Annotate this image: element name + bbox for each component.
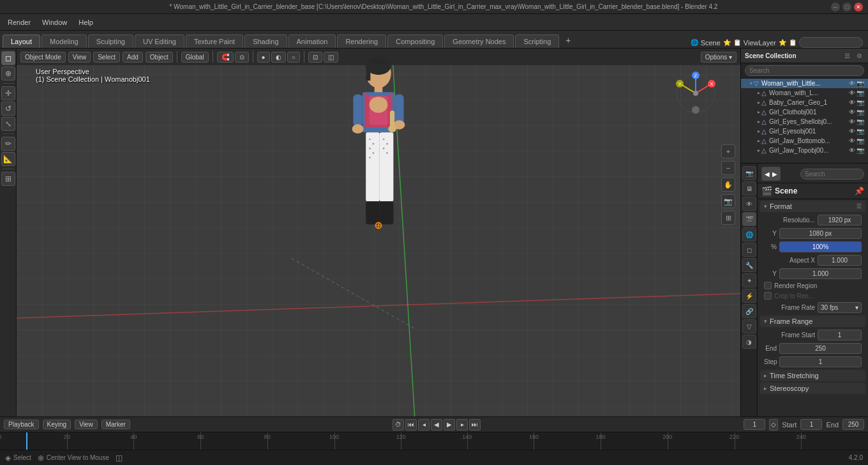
format-section-header[interactable]: ▾ Format ☰ [760,201,865,212]
close-button[interactable]: ✕ [854,3,863,11]
render-region-checkbox[interactable] [764,282,772,289]
menu-render[interactable]: Render [3,17,36,27]
expand-arrow[interactable]: ▸ [758,128,760,134]
list-item[interactable]: ▾ ▽ Woman_with_Little... 👁 📷 [741,79,868,88]
prop-icon-scene[interactable]: 🎬 [742,212,756,226]
zoom-out-button[interactable]: − [721,161,735,175]
render-icon[interactable]: 📷 [857,80,864,87]
tab-layout[interactable]: Layout [3,34,40,48]
list-item[interactable]: ▸ △ Baby_Carier_Geo_1 👁 📷 [741,98,868,107]
transform-orientation-button[interactable]: Global [181,52,209,63]
resolution-y-input[interactable]: 1080 px [779,228,862,239]
list-item[interactable]: ▸ △ Girl_Jaw_Bottomob... 👁 📷 [741,136,868,146]
tab-compositing[interactable]: Compositing [387,34,443,48]
viewport-view-button[interactable]: View [68,52,91,63]
viewport-options-button[interactable]: Options ▾ [701,52,737,63]
tab-uv-editing[interactable]: UV Editing [135,34,184,48]
visibility-icon[interactable]: 👁 [849,80,855,87]
navigation-gizmo[interactable]: Z X Y [670,68,721,119]
current-frame-display[interactable]: 1 [744,419,765,430]
tab-modeling[interactable]: Modeling [41,34,87,48]
expand-arrow[interactable]: ▸ [758,119,760,125]
timeline-view-button[interactable]: View [75,420,98,429]
jump-end-button[interactable]: ⏭ [469,419,481,431]
expand-arrow[interactable]: ▾ [750,80,752,86]
menu-window[interactable]: Window [37,17,72,27]
render-icon[interactable]: 📷 [857,89,864,96]
prop-icon-output[interactable]: 🖥 [742,181,756,195]
start-frame-input[interactable]: 1 [800,419,822,430]
tab-animation[interactable]: Animation [288,34,336,48]
render-icon[interactable]: 📷 [857,118,864,125]
timeline-ruler[interactable]: 0 20 40 60 80 100 120 140 160 180 200 22… [0,432,868,450]
visibility-icon[interactable]: 👁 [849,128,855,135]
zoom-in-button[interactable]: + [721,144,735,158]
render-icon[interactable]: 📷 [857,147,864,154]
prop-icon-view[interactable]: 👁 [742,197,756,211]
render-icon[interactable]: 📷 [857,137,864,144]
viewport-add-button[interactable]: Add [123,52,143,63]
viewport-mode-button[interactable]: Object Mode [20,52,66,63]
pin-icon[interactable]: 📌 [855,187,864,195]
annotate-tool-button[interactable]: ✏ [1,137,15,151]
visibility-icon[interactable]: 👁 [849,118,855,125]
viewport-shading-material[interactable]: ◐ [271,52,286,63]
frame-start-input[interactable]: 1 [818,330,862,340]
prop-nav-back[interactable]: ◀ ▶ [761,167,781,181]
list-item[interactable]: ▸ △ Girl_Eyes_Shellobj0... 👁 📷 [741,117,868,126]
playback-button[interactable]: Playback [4,420,39,429]
viewport-shading-rendered[interactable]: ○ [287,52,300,63]
move-tool-button[interactable]: ✛ [1,86,15,100]
list-item[interactable]: ▸ △ Girl_Clothobj001 👁 📷 [741,107,868,117]
prop-icon-modifier[interactable]: 🔧 [742,258,756,272]
overlay-button[interactable]: ⊡ [308,52,322,63]
tab-shading[interactable]: Shading [244,34,287,48]
prop-icon-data[interactable]: ▽ [742,319,756,333]
end-frame-input[interactable]: 250 [842,419,864,430]
stereoscopy-header[interactable]: ▸ Stereoscopy [760,383,865,394]
render-icon[interactable]: 📷 [857,109,864,116]
step-back-button[interactable]: ◂ [418,419,430,431]
visibility-icon[interactable]: 👁 [849,109,855,116]
visibility-icon[interactable]: 👁 [849,89,855,96]
marker-button[interactable]: Marker [101,420,130,429]
proportional-edit-button[interactable]: ⊙ [235,52,249,63]
play-reverse-button[interactable]: ◀ [431,419,442,431]
viewport[interactable]: Object Mode View Select Add Object Globa… [17,49,740,416]
cursor-tool-button[interactable]: ⊕ [1,66,15,80]
tab-rendering[interactable]: Rendering [337,34,386,48]
keying-button[interactable]: Keying [43,420,71,429]
visibility-icon[interactable]: 👁 [849,137,855,144]
render-icon[interactable]: 📷 [857,128,864,135]
list-item[interactable]: ▸ △ Girl_Jaw_Topobj00... 👁 📷 [741,146,868,155]
properties-search-input[interactable] [800,169,864,179]
expand-arrow[interactable]: ▸ [758,109,760,115]
tab-scripting[interactable]: Scripting [515,34,559,48]
expand-arrow[interactable]: ▸ [758,100,760,105]
frame-end-input[interactable]: 250 [779,343,862,354]
list-item[interactable]: ▸ △ Woman_with_L... 👁 📷 [741,88,868,98]
visibility-icon[interactable]: 👁 [849,99,855,106]
collections-button[interactable]: ⊞ [721,211,735,225]
resolution-x-input[interactable]: 1920 px [818,215,862,225]
aspect-x-input[interactable]: 1.000 [818,255,862,266]
list-item[interactable]: ▸ △ Girl_Eyesobj001 👁 📷 [741,126,868,136]
outliner-filter-button[interactable]: ☰ [842,50,852,61]
prop-icon-physics[interactable]: ⚡ [742,289,756,303]
maximize-button[interactable]: □ [842,3,851,11]
expand-arrow[interactable]: ▸ [758,90,760,96]
frame-rate-dropdown[interactable]: 30 fps ▾ [818,302,862,313]
viewport-shading-solid[interactable]: ● [257,52,270,63]
jump-start-button[interactable]: ⏮ [405,419,417,431]
prop-icon-material[interactable]: ◑ [742,335,756,349]
outliner-settings-button[interactable]: ⚙ [854,50,864,61]
prop-icon-object[interactable]: ◻ [742,243,756,257]
pan-button[interactable]: ✋ [721,178,735,192]
expand-arrow[interactable]: ▸ [758,148,760,153]
add-workspace-button[interactable]: + [560,33,576,48]
resolution-pct-input[interactable]: 100% [779,241,862,252]
prop-icon-constraints[interactable]: 🔗 [742,304,756,318]
step-forward-button[interactable]: ▸ [456,419,468,431]
viewport-object-button[interactable]: Object [146,52,173,63]
select-tool-button[interactable]: ◻ [1,51,15,65]
